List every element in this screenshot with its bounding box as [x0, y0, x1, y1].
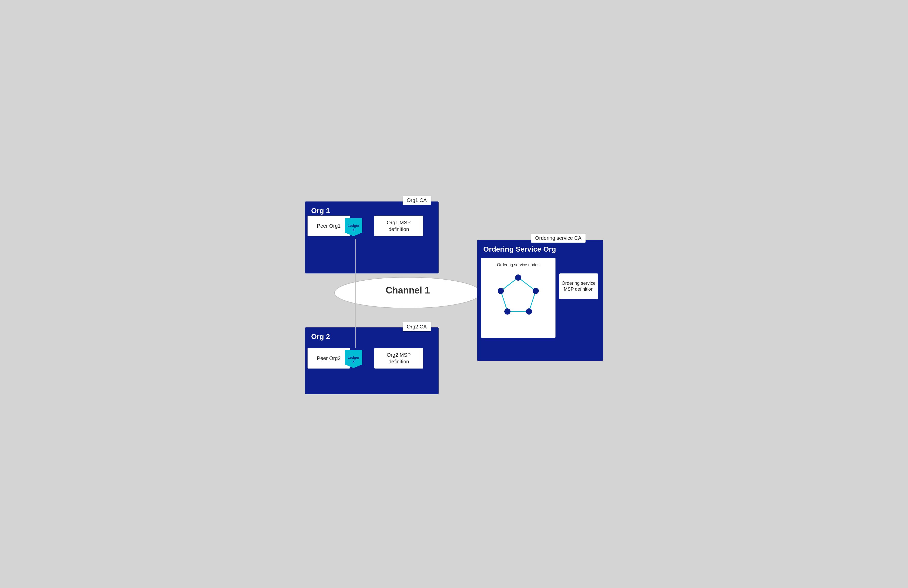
ordering-msp-box: Ordering serviceMSP definition: [559, 274, 598, 299]
svg-point-5: [504, 308, 510, 314]
ledger-org2-label: LedgerX: [348, 355, 360, 364]
svg-point-4: [526, 308, 532, 314]
org2-msp-box: Org2 MSPdefinition: [374, 348, 423, 369]
ordering-nodes-svg: [495, 272, 541, 319]
ledger-tag-org1: LedgerX: [345, 218, 362, 236]
peer-org2-label: Peer Org2: [317, 355, 340, 361]
ordering-nodes-box: Ordering service nodes: [481, 258, 555, 338]
channel-label: Channel 1: [333, 285, 482, 296]
org1-msp-box: Org1 MSPdefinition: [374, 216, 423, 236]
svg-marker-1: [501, 277, 536, 311]
channel-ellipse-container: Channel 1: [333, 276, 482, 309]
ordering-nodes-title: Ordering service nodes: [497, 263, 539, 267]
ledger-org1-label: LedgerX: [348, 224, 360, 232]
org2-msp-label: Org2 MSPdefinition: [387, 351, 411, 365]
ordering-ca-label: Ordering service CA: [531, 234, 586, 243]
diagram-container: Org 1 Org1 CA Peer Org1 LedgerX Org1 MSP…: [300, 194, 608, 394]
org1-ca-label: Org1 CA: [402, 196, 431, 205]
connection-line: [355, 239, 356, 348]
peer-org1-label: Peer Org1: [317, 223, 340, 229]
ledger-tag-org2: LedgerX: [345, 350, 362, 368]
org1-msp-label: Org1 MSPdefinition: [387, 219, 411, 233]
org1-box: Org 1: [305, 201, 439, 274]
org2-title: Org 2: [311, 333, 330, 341]
ordering-msp-label: Ordering serviceMSP definition: [562, 280, 596, 292]
org2-ca-label: Org2 CA: [402, 322, 431, 331]
svg-point-2: [515, 274, 521, 280]
org1-title: Org 1: [311, 207, 330, 215]
peer-org2-box: Peer Org2: [307, 348, 350, 369]
svg-point-3: [533, 288, 539, 294]
peer-org1-box: Peer Org1: [307, 216, 350, 236]
ordering-org-title: Ordering Service Org: [483, 245, 556, 253]
svg-point-6: [497, 288, 504, 294]
